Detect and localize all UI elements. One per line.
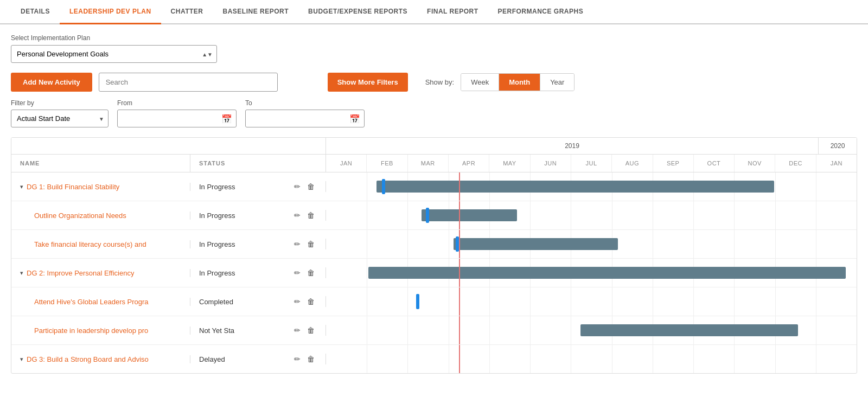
gantt-row: ▾DG 1: Build Financial StabilityIn Progr… bbox=[11, 172, 857, 201]
gantt-row: ▾DG 2: Improve Personal EfficiencyIn Pro… bbox=[11, 259, 857, 287]
delete-icon[interactable]: 🗑 bbox=[305, 325, 317, 336]
nav-tab-baseline[interactable]: BASELINE REPORT bbox=[213, 0, 299, 24]
to-date-input[interactable] bbox=[245, 110, 365, 127]
expand-collapse-icon[interactable]: ▾ bbox=[20, 183, 23, 190]
status-badge: Completed bbox=[199, 298, 233, 306]
delete-icon[interactable]: 🗑 bbox=[305, 267, 317, 278]
gantt-bar-area bbox=[326, 287, 857, 316]
gantt-cell-name: Participate in leadership develop pro bbox=[11, 326, 190, 335]
show-more-filters-button[interactable]: Show More Filters bbox=[328, 73, 408, 92]
gantt-bar bbox=[422, 209, 517, 221]
gantt-months-header: JANFEBMARAPRMAYJUNJULAUGSEPOCTNOVDECJAN bbox=[326, 155, 857, 172]
show-by-month-button[interactable]: Month bbox=[499, 74, 540, 91]
delete-icon[interactable]: 🗑 bbox=[305, 210, 317, 221]
gantt-body: ▾DG 1: Build Financial StabilityIn Progr… bbox=[11, 172, 857, 373]
plan-select[interactable]: Personal Development GoalsOption 2Option… bbox=[11, 45, 217, 63]
gantt-bar bbox=[580, 324, 798, 336]
gantt-month-feb: FEB bbox=[367, 155, 407, 172]
filter-by-group: Filter by Actual Start DatePlanned Start… bbox=[11, 99, 108, 127]
grid-line bbox=[693, 230, 694, 258]
gantt-milestone bbox=[382, 179, 385, 194]
gantt-month-aug: AUG bbox=[612, 155, 653, 172]
filter-by-select[interactable]: Actual Start DatePlanned Start DateEnd D… bbox=[11, 110, 108, 127]
from-date-input[interactable] bbox=[117, 110, 237, 127]
edit-icon[interactable]: ✏ bbox=[292, 181, 303, 192]
gantt-bar-area bbox=[326, 316, 857, 344]
action-icons-group: ✏🗑 bbox=[292, 267, 317, 278]
gantt-left-spacer bbox=[11, 138, 326, 154]
action-icons-group: ✏🗑 bbox=[292, 210, 317, 221]
select-plan-label: Select Implementation Plan bbox=[11, 34, 857, 42]
grid-line bbox=[816, 201, 816, 229]
gantt-month-nov: NOV bbox=[735, 155, 775, 172]
search-input[interactable] bbox=[99, 73, 278, 92]
delete-icon[interactable]: 🗑 bbox=[305, 296, 317, 307]
nav-tab-performance[interactable]: PERFORMANCE GRAPHS bbox=[488, 0, 593, 24]
gantt-bar bbox=[376, 181, 775, 193]
status-badge: In Progress bbox=[199, 269, 235, 277]
nav-tab-final[interactable]: FINAL REPORT bbox=[417, 0, 488, 24]
gantt-month-mar: MAR bbox=[408, 155, 449, 172]
show-by-week-button[interactable]: Week bbox=[461, 74, 499, 91]
grid-line bbox=[734, 230, 735, 258]
grid-line bbox=[693, 345, 694, 373]
grid-line bbox=[367, 230, 367, 258]
toolbar-row: Add New Activity Show More Filters Show … bbox=[11, 73, 857, 92]
grid-line bbox=[530, 201, 531, 229]
gantt-month-dec: DEC bbox=[775, 155, 816, 172]
delete-icon[interactable]: 🗑 bbox=[305, 354, 317, 364]
to-group: To 📅 bbox=[245, 99, 365, 127]
gantt-item-name[interactable]: DG 1: Build Financial Stability bbox=[27, 183, 119, 191]
grid-line bbox=[775, 287, 776, 316]
grid-line bbox=[571, 345, 571, 373]
edit-icon[interactable]: ✏ bbox=[292, 325, 303, 336]
nav-tab-details[interactable]: DETAILS bbox=[11, 0, 60, 24]
today-line: 4/8/2019 bbox=[459, 172, 460, 201]
gantt-item-name[interactable]: Attend Hive's Global Leaders Progra bbox=[34, 298, 149, 306]
nav-tab-leadership[interactable]: LEADERSHIP DEV PLAN bbox=[60, 0, 161, 24]
gantt-year-2019: 2019 bbox=[326, 138, 819, 154]
grid-line bbox=[734, 287, 735, 316]
from-group: From 📅 bbox=[117, 99, 237, 127]
grid-line bbox=[367, 201, 367, 229]
expand-collapse-icon[interactable]: ▾ bbox=[20, 270, 23, 277]
gantt-item-name[interactable]: DG 3: Build a Strong Board and Adviso bbox=[27, 355, 149, 363]
delete-icon[interactable]: 🗑 bbox=[305, 181, 317, 192]
grid-line bbox=[734, 345, 735, 373]
gantt-item-name[interactable]: DG 2: Improve Personal Efficiency bbox=[27, 269, 134, 277]
gantt-month-jan: JAN bbox=[326, 155, 367, 172]
gantt-month-jul: JUL bbox=[571, 155, 612, 172]
grid-line bbox=[816, 316, 816, 344]
expand-collapse-icon[interactable]: ▾ bbox=[20, 356, 23, 363]
delete-icon[interactable]: 🗑 bbox=[305, 239, 317, 249]
gantt-milestone bbox=[416, 294, 419, 309]
today-line bbox=[459, 201, 460, 229]
edit-icon[interactable]: ✏ bbox=[292, 296, 303, 307]
grid-line bbox=[449, 287, 449, 316]
grid-line bbox=[571, 287, 571, 316]
status-badge: In Progress bbox=[199, 240, 235, 248]
gantt-item-name[interactable]: Outline Organizational Needs bbox=[34, 212, 126, 220]
gantt-cell-name: Outline Organizational Needs bbox=[11, 212, 190, 220]
add-activity-button[interactable]: Add New Activity bbox=[11, 73, 92, 92]
grid-line bbox=[816, 287, 816, 316]
grid-line bbox=[530, 345, 531, 373]
edit-icon[interactable]: ✏ bbox=[292, 210, 303, 221]
nav-tab-budget[interactable]: BUDGET/EXPENSE REPORTS bbox=[298, 0, 417, 24]
grid-line bbox=[571, 201, 571, 229]
gantt-milestone bbox=[456, 236, 459, 252]
gantt-item-name[interactable]: Take financial literacy course(s) and bbox=[34, 240, 146, 248]
show-by-year-button[interactable]: Year bbox=[540, 74, 574, 91]
nav-tab-chatter[interactable]: CHATTER bbox=[161, 0, 213, 24]
edit-icon[interactable]: ✏ bbox=[292, 239, 303, 249]
gantt-cell-status: In Progress✏🗑 bbox=[190, 239, 326, 249]
gantt-row: Outline Organizational NeedsIn Progress✏… bbox=[11, 201, 857, 230]
gantt-month-sep: SEP bbox=[653, 155, 694, 172]
gantt-item-name[interactable]: Participate in leadership develop pro bbox=[34, 326, 148, 335]
edit-icon[interactable]: ✏ bbox=[292, 267, 303, 278]
grid-line bbox=[653, 287, 653, 316]
edit-icon[interactable]: ✏ bbox=[292, 354, 303, 364]
grid-line bbox=[449, 316, 449, 344]
today-line bbox=[459, 259, 460, 287]
grid-line bbox=[407, 345, 408, 373]
